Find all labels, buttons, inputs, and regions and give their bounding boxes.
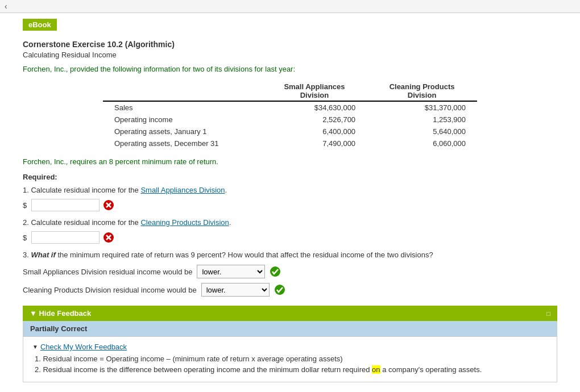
ebook-bar[interactable]: eBook	[23, 19, 57, 31]
col2-subheader: Division	[367, 91, 477, 101]
table-row: Operating income2,526,7001,253,900	[103, 114, 477, 126]
table-cell-label: Operating assets, December 31	[103, 137, 262, 149]
feedback-item-2: 2. Residual income is the difference bet…	[32, 365, 548, 374]
q1-text: Calculate residual income for the Small …	[31, 186, 227, 194]
exercise-title: Cornerstone Exercise 10.2 (Algorithmic)	[23, 40, 557, 49]
q2-dollar: $	[23, 233, 27, 242]
exercise-subtitle: Calculating Residual Income	[23, 51, 557, 59]
feedback-item-1: 1. Residual income = Operating income – …	[32, 355, 548, 363]
dropdown1-row: Small Appliances Division residual incom…	[23, 265, 557, 278]
table-cell-col1: 6,400,000	[262, 126, 367, 137]
dropdown1-select[interactable]: lower. higher. the same.	[197, 265, 265, 278]
required-label: Required:	[23, 173, 557, 181]
col-label-subheader	[103, 91, 262, 101]
q2-number: 2.	[23, 218, 29, 227]
col-header-row: Small Appliances Cleaning Products	[103, 81, 477, 91]
q1-input-row: $	[23, 199, 557, 211]
table-body: Sales$34,630,000$31,370,000Operating inc…	[103, 101, 477, 149]
partially-correct-bar: Partially Correct	[23, 321, 557, 337]
feedback-item-1-text: Residual income = Operating income – (mi…	[43, 355, 342, 363]
q3-bold-if: What if	[31, 251, 55, 259]
table-cell-col1: 7,490,000	[262, 137, 367, 149]
ebook-wrapper: eBook	[0, 16, 580, 31]
table-cell-col2: 1,253,900	[367, 114, 477, 126]
table-cell-label: Operating assets, January 1	[103, 126, 262, 137]
triangle-small: ▼	[32, 344, 38, 350]
q2-text: Calculate residual income for the Cleani…	[31, 218, 231, 227]
question-3: 3. What if the minimum required rate of …	[23, 251, 557, 259]
dropdown2-select[interactable]: lower. higher. the same.	[201, 283, 270, 297]
intro-text: Forchen, Inc., provided the following in…	[23, 65, 557, 73]
data-table: Small Appliances Cleaning Products Divis…	[103, 81, 477, 149]
corner-icon: □	[546, 310, 550, 317]
question-1: 1. Calculate residual income for the Sma…	[23, 186, 557, 194]
feedback-bar-label: ▼ Hide Feedback	[30, 309, 91, 318]
q3-number: 3.	[23, 251, 31, 259]
q2-input[interactable]	[31, 231, 100, 244]
table-cell-col1: $34,630,000	[262, 101, 367, 114]
check-my-work-header: ▼ Check My Work Feedback	[32, 343, 548, 351]
dropdown1-check-icon	[270, 266, 281, 277]
q1-number: 1.	[23, 186, 29, 194]
q2-error-icon	[103, 232, 114, 243]
col2-header: Cleaning Products	[367, 81, 477, 91]
dropdown2-row: Cleaning Products Division residual inco…	[23, 283, 557, 297]
q2-input-row: $	[23, 231, 557, 244]
feedback-item-2-number: 2.	[35, 365, 43, 374]
feedback-content: Partially Correct ▼ Check My Work Feedba…	[23, 321, 557, 382]
table-row: Operating assets, January 16,400,0005,64…	[103, 126, 477, 137]
table-cell-label: Sales	[103, 101, 262, 114]
table-cell-label: Operating income	[103, 114, 262, 126]
min-rate-text: Forchen, Inc., requires an 8 percent min…	[23, 157, 557, 166]
dropdown2-check-icon	[274, 284, 285, 295]
col1-subheader: Division	[262, 91, 367, 101]
table-cell-col2: 6,060,000	[367, 137, 477, 149]
q1-input[interactable]	[31, 199, 100, 211]
feedback-bar[interactable]: ▼ Hide Feedback □	[23, 306, 557, 321]
check-my-work-section: ▼ Check My Work Feedback 1. Residual inc…	[23, 337, 557, 382]
q1-error-icon	[103, 199, 114, 211]
table-cell-col1: 2,526,700	[262, 114, 367, 126]
feedback-item-1-number: 1.	[35, 355, 43, 363]
check-my-work-link[interactable]: Check My Work Feedback	[40, 343, 127, 351]
partially-correct-text: Partially Correct	[30, 324, 87, 333]
content-area: Cornerstone Exercise 10.2 (Algorithmic) …	[0, 34, 580, 388]
table-cell-col2: 5,640,000	[367, 126, 477, 137]
table-row: Operating assets, December 317,490,0006,…	[103, 137, 477, 149]
page-container: ‹ eBook Cornerstone Exercise 10.2 (Algor…	[0, 0, 580, 392]
q3-text: the minimum required rate of return was …	[56, 251, 433, 259]
nav-arrow[interactable]: ‹	[5, 2, 7, 11]
col-label-header	[103, 81, 262, 91]
col1-header: Small Appliances	[262, 81, 367, 91]
feedback-item-2-text: Residual income is the difference betwee…	[43, 365, 482, 374]
question-2: 2. Calculate residual income for the Cle…	[23, 218, 557, 227]
dropdown2-label: Cleaning Products Division residual inco…	[23, 286, 197, 294]
dropdown1-label: Small Appliances Division residual incom…	[23, 268, 192, 276]
table-row: Sales$34,630,000$31,370,000	[103, 101, 477, 114]
table-cell-col2: $31,370,000	[367, 101, 477, 114]
top-nav: ‹	[0, 0, 580, 13]
q1-dollar: $	[23, 201, 27, 210]
col-subheader-row: Division Division	[103, 91, 477, 101]
